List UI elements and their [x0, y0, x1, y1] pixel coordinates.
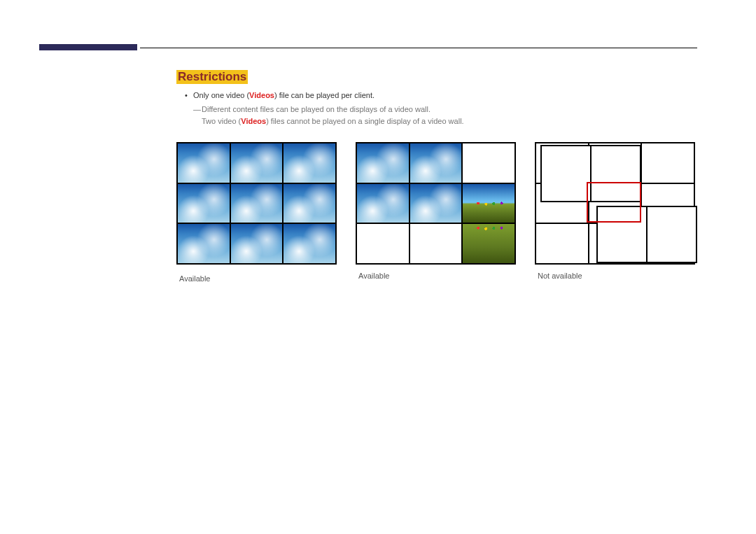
header-accent-bar [39, 44, 137, 50]
figure-3-video-a [540, 145, 641, 202]
grid-cell [357, 184, 409, 223]
figure-3-video-b [596, 206, 697, 263]
figure-2: Available [356, 142, 516, 283]
figure-1-caption: Available [179, 274, 337, 283]
figure-3-wrap [535, 142, 695, 265]
figure-1: Available [176, 142, 337, 283]
grid-cell-empty [357, 224, 409, 263]
grid-cell-empty [463, 143, 514, 183]
figure-3: Not available [535, 142, 695, 283]
figure-2-grid [356, 142, 516, 265]
bullet1-highlight: Videos [249, 91, 274, 99]
sub1-text: Different content files can be played on… [202, 105, 430, 113]
sub2-post: ) files cannot be played on a single dis… [266, 117, 464, 125]
sub2-highlight: Videos [241, 117, 266, 125]
grid-cell [231, 224, 283, 263]
video-a-right [592, 146, 640, 201]
grid-cell [410, 143, 462, 183]
grid-cell [357, 143, 409, 183]
bullet1-post: ) file can be played per client. [274, 91, 374, 99]
figure-2-caption: Available [358, 272, 516, 280]
video-b-right [648, 207, 696, 262]
grid-cell [463, 184, 514, 223]
grid-cell [178, 143, 230, 183]
video-a-left [542, 146, 590, 201]
bullet1-pre: Only one video ( [193, 91, 249, 99]
grid-cell [178, 224, 230, 263]
dash-spacer [193, 115, 202, 127]
grid-cell [231, 184, 283, 223]
restriction-bullet-1: • Only one video (Videos) file can be pl… [185, 91, 697, 99]
grid-cell [284, 224, 335, 263]
grid-cell-empty [642, 143, 694, 183]
restriction-bullet-1-text: Only one video (Videos) file can be play… [193, 91, 697, 99]
grid-cell [463, 224, 514, 263]
grid-cell [410, 184, 462, 223]
grid-cell-empty [536, 224, 588, 263]
main-content: Restrictions • Only one video (Videos) f… [176, 70, 697, 283]
video-b-left [598, 207, 646, 262]
header-rule [140, 48, 697, 48]
restrictions-heading: Restrictions [176, 70, 248, 84]
restriction-sub-block: ―Different content files can be played o… [193, 104, 697, 127]
grid-cell [231, 143, 283, 183]
dash-icon: ― [193, 104, 202, 115]
figure-3-caption: Not available [538, 272, 695, 280]
figure-1-grid [176, 142, 337, 265]
grid-cell-empty [410, 224, 462, 263]
bullet-dot-icon: • [185, 91, 193, 99]
grid-cell [284, 184, 335, 223]
figure-row: Available Available [176, 142, 697, 283]
grid-cell [178, 184, 230, 223]
grid-cell [284, 143, 335, 183]
sub2-pre: Two video ( [202, 117, 241, 125]
